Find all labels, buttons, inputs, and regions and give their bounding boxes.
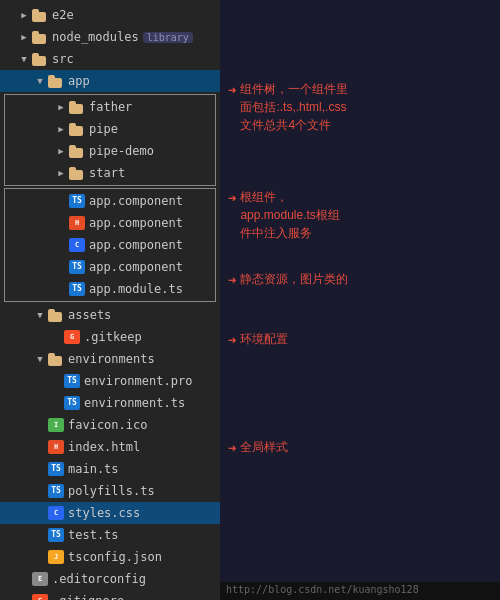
arrow-icon-1: ➜ [228, 82, 236, 98]
annotation-panel: ➜ 组件树，一个组件里面包括:.ts,.html,.css文件总共4个文件 ➜ … [220, 0, 500, 600]
annotation-text-1: 组件树，一个组件里面包括:.ts,.html,.css文件总共4个文件 [240, 80, 348, 134]
tree-item-father[interactable]: father [5, 96, 215, 118]
folder-icon-assets [48, 308, 64, 322]
annotation-text-4: 环境配置 [240, 330, 288, 348]
annotation-text-2: 根组件，app.module.ts根组件中注入服务 [240, 188, 339, 242]
tree-item-assets[interactable]: assets [0, 304, 220, 326]
tree-item-env-prod[interactable]: TS environment.pro [0, 370, 220, 392]
folder-icon-node-modules [32, 30, 48, 44]
tree-item-app[interactable]: app [0, 70, 220, 92]
label-favicon: favicon.ico [68, 418, 147, 432]
file-icon-tsconfig: J [48, 550, 64, 564]
label-env-prod: environment.pro [84, 374, 192, 388]
arrow-icon-4: ➜ [228, 332, 236, 348]
label-styles-css: styles.css [68, 506, 140, 520]
tree-item-tsconfig[interactable]: J tsconfig.json [0, 546, 220, 568]
file-icon-gitignore: G [32, 594, 48, 600]
annotation-env: ➜ 环境配置 [228, 330, 288, 348]
tree-item-favicon[interactable]: I favicon.ico [0, 414, 220, 436]
arrow-node-modules [16, 32, 32, 42]
tree-item-environments[interactable]: environments [0, 348, 220, 370]
file-icon-ts-2: TS [69, 260, 85, 274]
arrow-pipe [53, 124, 69, 134]
file-icon-main-ts: TS [48, 462, 64, 476]
file-icon-favicon: I [48, 418, 64, 432]
file-icon-env-ts: TS [64, 396, 80, 410]
file-icon-styles-css: C [48, 506, 64, 520]
label-main-ts: main.ts [68, 462, 119, 476]
label-app-comp-spec: app.component [89, 260, 183, 274]
tree-item-test-ts[interactable]: TS test.ts [0, 524, 220, 546]
tree-item-gitignore[interactable]: G .gitignore [0, 590, 220, 600]
label-gitignore: .gitignore [52, 594, 124, 600]
label-app-comp-css: app.component [89, 238, 183, 252]
arrow-e2e [16, 10, 32, 20]
app-subfolders-group: father pipe pipe-demo start [4, 94, 216, 186]
file-icon-html-1: H [69, 216, 85, 230]
arrow-environments [32, 354, 48, 364]
label-app-module: app.module.ts [89, 282, 183, 296]
tree-item-styles-css[interactable]: C styles.css [0, 502, 220, 524]
label-gitkeep: .gitkeep [84, 330, 142, 344]
label-env-ts: environment.ts [84, 396, 185, 410]
file-icon-ts-3: TS [69, 282, 85, 296]
file-icon-ts-1: TS [69, 194, 85, 208]
folder-icon-father [69, 100, 85, 114]
tree-item-app-component-spec[interactable]: TS app.component [5, 256, 215, 278]
label-app-comp-html: app.component [89, 216, 183, 230]
tree-item-start[interactable]: start [5, 162, 215, 184]
tree-item-main-ts[interactable]: TS main.ts [0, 458, 220, 480]
arrow-father [53, 102, 69, 112]
label-app-comp-ts: app.component [89, 194, 183, 208]
label-start: start [89, 166, 125, 180]
file-icon-css-1: C [69, 238, 85, 252]
file-icon-polyfills: TS [48, 484, 64, 498]
tree-item-index-html[interactable]: H index.html [0, 436, 220, 458]
file-icon-git-1: G [64, 330, 80, 344]
tree-item-node-modules[interactable]: node_modules library [0, 26, 220, 48]
folder-icon-start [69, 166, 85, 180]
annotation-components: ➜ 组件树，一个组件里面包括:.ts,.html,.css文件总共4个文件 [228, 80, 348, 134]
tree-item-gitkeep[interactable]: G .gitkeep [0, 326, 220, 348]
app-files-group: TS app.component H app.component C app.c… [4, 188, 216, 302]
label-node-modules: node_modules [52, 30, 139, 44]
label-pipe-demo: pipe-demo [89, 144, 154, 158]
arrow-assets [32, 310, 48, 320]
file-icon-editorconfig: E [32, 572, 48, 586]
annotation-text-5: 全局样式 [240, 438, 288, 456]
label-app: app [68, 74, 90, 88]
annotation-text-3: 静态资源，图片类的 [240, 270, 348, 288]
folder-icon-environments [48, 352, 64, 366]
label-tsconfig: tsconfig.json [68, 550, 162, 564]
folder-icon-e2e [32, 8, 48, 22]
label-src: src [52, 52, 74, 66]
url-bar: http://blog.csdn.net/kuangsho128 [220, 582, 500, 600]
label-assets: assets [68, 308, 111, 322]
file-icon-env-prod: TS [64, 374, 80, 388]
folder-icon-pipe [69, 122, 85, 136]
tree-item-editorconfig[interactable]: E .editorconfig [0, 568, 220, 590]
arrow-pipe-demo [53, 146, 69, 156]
folder-icon-src [32, 52, 48, 66]
arrow-src [16, 54, 32, 64]
tree-item-src[interactable]: src [0, 48, 220, 70]
tree-item-app-module[interactable]: TS app.module.ts [5, 278, 215, 300]
folder-icon-app [48, 74, 64, 88]
tree-item-pipe-demo[interactable]: pipe-demo [5, 140, 215, 162]
file-icon-index-html: H [48, 440, 64, 454]
tree-item-polyfills[interactable]: TS polyfills.ts [0, 480, 220, 502]
label-environments: environments [68, 352, 155, 366]
arrow-icon-5: ➜ [228, 440, 236, 456]
tree-item-env-ts[interactable]: TS environment.ts [0, 392, 220, 414]
tree-item-app-component-css[interactable]: C app.component [5, 234, 215, 256]
tree-item-app-component-ts[interactable]: TS app.component [5, 190, 215, 212]
label-pipe: pipe [89, 122, 118, 136]
arrow-icon-3: ➜ [228, 272, 236, 288]
arrow-start [53, 168, 69, 178]
label-index-html: index.html [68, 440, 140, 454]
tree-item-app-component-html[interactable]: H app.component [5, 212, 215, 234]
tree-item-pipe[interactable]: pipe [5, 118, 215, 140]
tree-item-e2e[interactable]: e2e [0, 4, 220, 26]
arrow-app [32, 76, 48, 86]
file-tree[interactable]: e2e node_modules library src app father [0, 0, 220, 600]
